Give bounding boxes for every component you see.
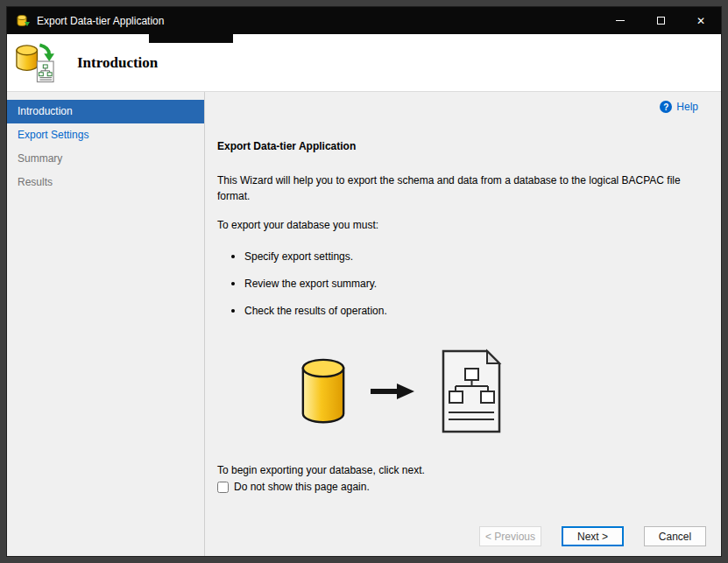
wizard-page-content: ? Help Export Data-tier Application This… bbox=[205, 92, 721, 556]
wizard-actions: < Previous Next > Cancel bbox=[479, 526, 706, 546]
requirements-list: Specify export settings. Review the expo… bbox=[231, 243, 387, 324]
close-button[interactable]: ✕ bbox=[681, 7, 721, 34]
bullet-text: Specify export settings. bbox=[244, 250, 353, 263]
dont-show-again-label: Do not show this page again. bbox=[234, 481, 370, 493]
footer-note: To begin exporting your database, click … bbox=[217, 464, 425, 476]
help-icon: ? bbox=[660, 101, 672, 113]
minimize-icon bbox=[616, 20, 625, 21]
export-illustration bbox=[300, 348, 505, 435]
bullet-text: Review the export summary. bbox=[244, 278, 377, 290]
bacpac-file-icon bbox=[438, 348, 505, 435]
right-arrow-icon bbox=[371, 382, 414, 401]
titlebar[interactable]: Export Data-tier Application ✕ bbox=[7, 7, 721, 34]
wizard-header: Introduction bbox=[7, 34, 721, 92]
next-button[interactable]: Next > bbox=[562, 526, 624, 546]
dont-show-again-row: Do not show this page again. bbox=[217, 481, 370, 493]
titlebar-shadow-artifact bbox=[149, 34, 233, 43]
maximize-button[interactable] bbox=[640, 7, 681, 34]
app-database-icon bbox=[16, 14, 30, 28]
list-item: Review the export summary. bbox=[231, 270, 387, 297]
bullet-icon bbox=[231, 282, 235, 285]
sidebar-item-summary[interactable]: Summary bbox=[7, 147, 204, 171]
database-cylinder-icon bbox=[300, 357, 347, 426]
intro-paragraph: This Wizard will help you to export the … bbox=[217, 172, 699, 204]
bullet-icon bbox=[231, 255, 235, 258]
bullet-text: Check the results of operation. bbox=[244, 305, 387, 317]
window-controls: ✕ bbox=[600, 7, 721, 34]
content-heading: Export Data-tier Application bbox=[217, 140, 356, 152]
list-item: Check the results of operation. bbox=[231, 297, 387, 324]
export-dac-icon bbox=[14, 43, 55, 83]
wizard-steps-sidebar: Introduction Export Settings Summary Res… bbox=[7, 92, 205, 556]
help-link[interactable]: ? Help bbox=[660, 101, 698, 113]
sidebar-item-results[interactable]: Results bbox=[7, 171, 204, 194]
previous-button[interactable]: < Previous bbox=[479, 526, 541, 546]
requirements-intro: To export your database you must: bbox=[217, 219, 378, 231]
sidebar-item-export-settings[interactable]: Export Settings bbox=[7, 123, 204, 147]
wizard-window: Export Data-tier Application ✕ bbox=[6, 6, 722, 557]
dont-show-again-checkbox[interactable] bbox=[217, 482, 229, 493]
minimize-button[interactable] bbox=[600, 7, 640, 34]
bullet-icon bbox=[231, 309, 235, 313]
maximize-icon bbox=[657, 17, 665, 25]
list-item: Specify export settings. bbox=[231, 243, 387, 270]
sidebar-item-introduction[interactable]: Introduction bbox=[7, 100, 204, 123]
window-title: Export Data-tier Application bbox=[37, 15, 164, 27]
help-label: Help bbox=[676, 101, 698, 113]
cancel-button[interactable]: Cancel bbox=[644, 526, 706, 546]
page-title: Introduction bbox=[77, 54, 158, 72]
